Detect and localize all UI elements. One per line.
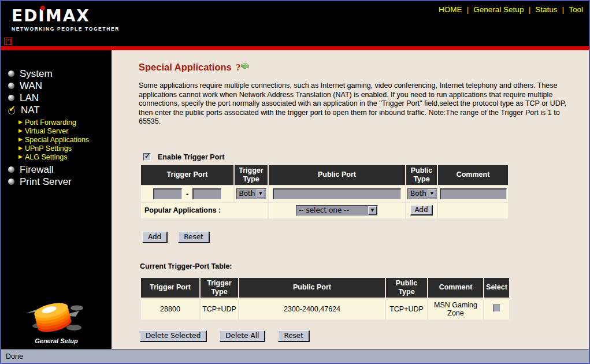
triangle-icon: ▶ <box>18 137 23 142</box>
popular-add-button[interactable]: Add <box>410 205 432 216</box>
general-setup-label: General Setup <box>1 337 112 344</box>
status-bar: Done <box>1 349 589 363</box>
add-button[interactable]: Add <box>142 232 168 243</box>
sidebar-item-alg-settings[interactable]: ▶ ALG Settings <box>1 153 112 161</box>
triangle-icon: ▶ <box>18 154 23 159</box>
trigger-type-cell: Both ▼ <box>235 186 268 202</box>
delete-selected-button[interactable]: Delete Selected <box>140 330 207 342</box>
sidebar-item-label: Firewall <box>20 164 54 176</box>
trigger-type-select[interactable]: Both ▼ <box>236 188 266 199</box>
column-header: Public Port <box>239 278 385 298</box>
sidebar-item-upnp-settings[interactable]: ▶ UPnP Settings <box>1 144 112 153</box>
sidebar-item-wan[interactable]: WAN <box>1 80 112 92</box>
sidebar-item-virtual-server[interactable]: ▶ Virtual Server <box>1 127 112 135</box>
chevron-down-icon: ▼ <box>428 190 436 198</box>
trigger-port-value: 28800 <box>141 299 199 320</box>
nav-separator: | <box>562 5 564 14</box>
column-header: Public Port <box>269 165 405 185</box>
current-table-title: Current Trigger-Port Table: <box>140 262 577 270</box>
reset-button[interactable]: Reset <box>178 232 210 243</box>
sidebar-item-system[interactable]: System <box>1 68 112 80</box>
trigger-port-range-cell: - <box>141 186 233 202</box>
enable-trigger-port-checkbox[interactable] <box>143 153 151 161</box>
sidebar-subitem-label: Special Applications <box>25 136 89 144</box>
triangle-icon: ▶ <box>18 146 23 151</box>
comment-input[interactable] <box>440 188 507 199</box>
sidebar-item-print-server[interactable]: Print Server <box>1 176 112 188</box>
sidebar-subitem-label: Virtual Server <box>25 127 69 135</box>
general-setup-logo: General Setup <box>1 298 112 344</box>
public-port-input[interactable] <box>273 188 401 199</box>
sidebar-item-label: Print Server <box>20 176 72 188</box>
column-header: Public Type <box>386 278 427 298</box>
popular-applications-select[interactable]: -- select one -- ▼ <box>296 205 378 216</box>
sidebar-item-label: NAT <box>21 105 40 116</box>
page-title-text: Special Applications <box>139 62 232 73</box>
sidebar: System WAN LAN NAT ▶ <box>1 50 112 349</box>
nav-home-link[interactable]: HOME <box>439 5 462 14</box>
column-header: Trigger Port <box>141 165 233 185</box>
nav-tool-link[interactable]: Tool <box>569 5 583 14</box>
sidebar-item-special-applications[interactable]: ▶ Special Applications <box>1 135 112 144</box>
form-buttons: Add Reset <box>142 232 577 243</box>
public-port-cell <box>269 186 405 202</box>
sidebar-item-lan[interactable]: LAN <box>1 92 112 104</box>
brand-wordmark: EDIMAX <box>12 8 120 24</box>
comment-value: MSN Gaming Zone <box>428 299 483 320</box>
bullet-icon <box>8 83 14 89</box>
triangle-icon: ▶ <box>18 128 23 133</box>
sidebar-item-label: LAN <box>20 92 39 104</box>
trigger-port-to-input[interactable] <box>192 188 221 199</box>
table-buttons: Delete Selected Delete All Reset <box>140 330 577 342</box>
chevron-down-icon: ▼ <box>257 190 265 198</box>
column-header: Select <box>484 278 509 298</box>
edimax-logo: EDIMAX NETWORKING PEOPLE TOGETHER <box>12 8 120 32</box>
bullet-icon <box>8 166 14 173</box>
reset-table-button[interactable]: Reset <box>278 330 310 342</box>
form-header-row: Trigger Port Trigger Type Public Port Pu… <box>141 165 508 185</box>
trigger-port-form-table: Trigger Port Trigger Type Public Port Pu… <box>140 164 509 220</box>
column-header: Comment <box>428 278 483 298</box>
svg-text:?: ? <box>236 63 240 72</box>
delete-all-button[interactable]: Delete All <box>220 330 265 342</box>
public-type-cell: Both ▼ <box>406 186 437 202</box>
nav-separator: | <box>528 5 530 14</box>
trigger-port-from-input[interactable] <box>153 188 182 199</box>
public-type-select[interactable]: Both ▼ <box>407 188 437 199</box>
browser-window: EDIMAX NETWORKING PEOPLE TOGETHER HOME |… <box>0 0 590 364</box>
public-port-value: 2300-2400,47624 <box>239 299 385 320</box>
bullet-icon <box>8 70 14 77</box>
column-header: Trigger Type <box>201 278 238 298</box>
nav-status-link[interactable]: Status <box>535 5 557 14</box>
sidebar-item-nat[interactable]: NAT <box>1 104 112 116</box>
row-select-checkbox[interactable] <box>493 304 500 312</box>
sidebar-item-port-forwarding[interactable]: ▶ Port Forwarding <box>1 118 112 127</box>
trigger-type-value: TCP+UDP <box>201 299 238 320</box>
nav-general-setup-link[interactable]: General Setup <box>473 5 524 14</box>
sidebar-item-firewall[interactable]: Firewall <box>1 164 112 176</box>
bullet-icon <box>8 95 14 101</box>
coil-logo-icon <box>19 298 94 335</box>
table-row: 28800 TCP+UDP 2300-2400,47624 TCP+UDP MS… <box>141 299 509 320</box>
column-header: Public Type <box>406 165 437 185</box>
popular-applications-row: Popular Applications : -- select one -- … <box>141 203 508 218</box>
main-content: Special Applications ? Some applications… <box>112 50 589 349</box>
empty-cell <box>438 203 508 218</box>
sidebar-subitem-label: UPnP Settings <box>25 144 72 153</box>
comment-cell <box>438 186 508 202</box>
column-header: Trigger Port <box>141 278 199 298</box>
enable-trigger-port-row: Enable Trigger Port <box>143 153 577 161</box>
table-header-row: Trigger Port Trigger Type Public Port Pu… <box>141 278 509 298</box>
page-header: EDIMAX NETWORKING PEOPLE TOGETHER HOME |… <box>1 1 589 46</box>
public-type-value: TCP+UDP <box>386 299 427 320</box>
sidebar-subitem-label: Port Forwarding <box>25 118 76 127</box>
popular-add-cell: Add <box>406 203 437 218</box>
brand-tagline: NETWORKING PEOPLE TOGETHER <box>12 26 120 32</box>
current-trigger-port-table: Trigger Port Trigger Type Public Port Pu… <box>140 277 510 321</box>
help-book-icon[interactable]: ? <box>236 62 250 72</box>
public-type-value: Both <box>410 190 426 198</box>
sidebar-item-label: WAN <box>20 80 42 92</box>
popular-applications-label: Popular Applications : <box>141 203 268 218</box>
triangle-icon: ▶ <box>18 120 23 125</box>
column-header: Trigger Type <box>235 165 268 185</box>
